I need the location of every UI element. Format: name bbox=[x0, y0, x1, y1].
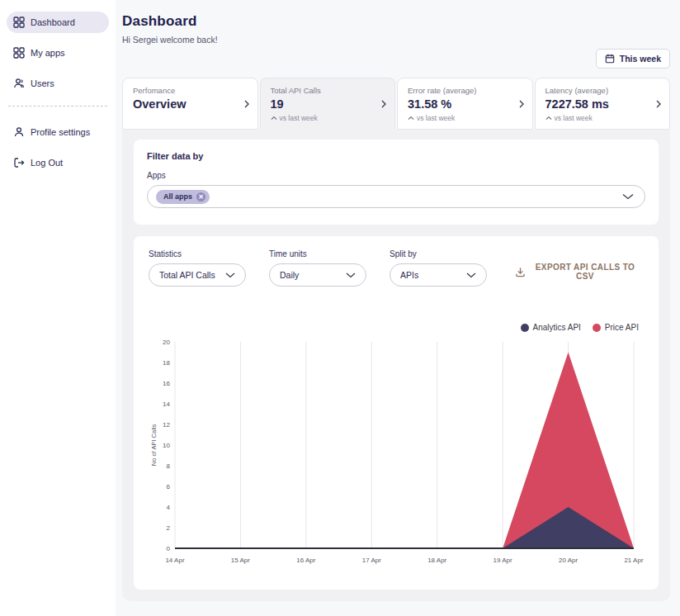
statistics-selected-value: Total API Calls bbox=[159, 270, 215, 280]
chevron-down-icon bbox=[346, 272, 356, 278]
page-title: Dashboard bbox=[122, 13, 670, 30]
all-apps-chip[interactable]: All apps ✕ bbox=[156, 190, 210, 204]
page-header: Dashboard Hi Sergei welcome back! This w… bbox=[122, 13, 670, 78]
svg-text:19 Apr: 19 Apr bbox=[493, 557, 512, 564]
caret-up-icon bbox=[271, 116, 277, 121]
page: Dashboard My apps bbox=[0, 0, 680, 616]
sidebar-item-label: Dashboard bbox=[31, 17, 75, 27]
stat-card-latency[interactable]: Latency (average) 7227.58 ms vs last wee… bbox=[535, 78, 671, 130]
svg-text:21 Apr: 21 Apr bbox=[624, 557, 643, 564]
chevron-right-icon bbox=[380, 99, 387, 109]
split-by-select[interactable]: APIs bbox=[390, 263, 487, 287]
sidebar-nav: Dashboard My apps bbox=[7, 12, 109, 94]
svg-text:6: 6 bbox=[167, 483, 171, 490]
profile-icon bbox=[13, 126, 25, 138]
stat-card-performance[interactable]: Perfomance Overview bbox=[122, 78, 258, 130]
chevron-right-icon bbox=[655, 99, 662, 109]
svg-text:12: 12 bbox=[163, 421, 170, 429]
stat-card-trend: vs last week bbox=[408, 114, 514, 122]
statistics-select[interactable]: Total API Calls bbox=[149, 263, 246, 287]
chart-controls: Statistics Total API Calls Time units Da… bbox=[149, 249, 644, 287]
time-units-selected-value: Daily bbox=[280, 270, 299, 280]
stat-card-total-api-calls[interactable]: Total API Calls 19 vs last week bbox=[260, 78, 396, 130]
stat-card-trend: vs last week bbox=[545, 114, 652, 122]
chevron-right-icon bbox=[518, 99, 525, 109]
welcome-text: Hi Sergei welcome back! bbox=[122, 35, 670, 45]
calendar-icon bbox=[605, 54, 615, 64]
legend-label: Price API bbox=[605, 323, 639, 332]
sidebar-item-label: Profile settings bbox=[31, 127, 90, 137]
svg-text:2: 2 bbox=[167, 524, 171, 532]
svg-text:18 Apr: 18 Apr bbox=[427, 557, 446, 564]
export-csv-button[interactable]: EXPORT API CALLS TO CSV bbox=[510, 262, 644, 282]
stat-card-label: Perfomance bbox=[133, 86, 239, 95]
statistics-control: Statistics Total API Calls bbox=[149, 249, 246, 287]
time-units-control: Time units Daily bbox=[269, 249, 366, 287]
sidebar-item-profile-settings[interactable]: Profile settings bbox=[7, 121, 109, 143]
stat-card-trend: vs last week bbox=[271, 114, 377, 122]
chevron-down-icon[interactable] bbox=[622, 193, 634, 200]
svg-text:17 Apr: 17 Apr bbox=[362, 557, 381, 564]
time-units-label: Time units bbox=[269, 249, 366, 258]
sidebar-item-dashboard[interactable]: Dashboard bbox=[7, 12, 109, 33]
stat-card-label: Total API Calls bbox=[271, 86, 377, 95]
chevron-right-icon bbox=[243, 99, 250, 109]
filter-panel: Filter data by Apps All apps ✕ bbox=[134, 140, 659, 225]
sidebar-item-users[interactable]: Users bbox=[7, 73, 109, 94]
export-csv-label: EXPORT API CALLS TO CSV bbox=[531, 263, 639, 281]
statistics-panel: Statistics Total API Calls Time units Da… bbox=[134, 236, 659, 590]
stat-cards-row: Perfomance Overview Total API Calls 19 bbox=[122, 78, 670, 130]
legend-item-price-api: Price API bbox=[593, 323, 639, 332]
svg-text:16 Apr: 16 Apr bbox=[296, 557, 315, 564]
sidebar-item-log-out[interactable]: Log Out bbox=[7, 152, 109, 173]
time-units-select[interactable]: Daily bbox=[269, 263, 366, 287]
statistics-label: Statistics bbox=[149, 249, 246, 258]
filter-title: Filter data by bbox=[147, 151, 645, 161]
sidebar-divider bbox=[8, 106, 107, 107]
sidebar-item-label: Log Out bbox=[31, 158, 63, 168]
this-week-button[interactable]: This week bbox=[596, 49, 670, 69]
split-by-control: Split by APIs bbox=[390, 249, 487, 287]
legend-dot-price bbox=[593, 324, 601, 332]
legend-dot-analytics bbox=[521, 324, 529, 332]
split-by-label: Split by bbox=[390, 249, 487, 258]
stat-card-trend-label: vs last week bbox=[417, 114, 455, 122]
stat-card-label: Latency (average) bbox=[545, 86, 652, 95]
stat-card-value: 31.58 % bbox=[408, 97, 514, 111]
svg-text:18: 18 bbox=[163, 359, 170, 367]
stat-card-label: Error rate (average) bbox=[408, 86, 514, 95]
apps-filter-label: Apps bbox=[147, 171, 645, 180]
sidebar-item-label: Users bbox=[31, 78, 54, 88]
svg-text:16: 16 bbox=[163, 380, 170, 387]
svg-text:4: 4 bbox=[167, 504, 171, 511]
svg-text:15 Apr: 15 Apr bbox=[231, 557, 250, 564]
sidebar-footer-nav: Profile settings Log Out bbox=[7, 121, 109, 173]
sidebar: Dashboard My apps bbox=[0, 0, 116, 616]
users-icon bbox=[13, 78, 25, 89]
svg-text:No of API Calls: No of API Calls bbox=[150, 424, 158, 467]
tab-content-panel: Filter data by Apps All apps ✕ Statist bbox=[122, 130, 670, 601]
api-calls-area-chart: 02468101214161820No of API Calls14 Apr15… bbox=[149, 334, 644, 571]
svg-text:8: 8 bbox=[167, 462, 171, 470]
this-week-label: This week bbox=[620, 54, 661, 64]
svg-text:0: 0 bbox=[167, 545, 171, 552]
svg-text:14: 14 bbox=[163, 400, 170, 408]
main-content: Dashboard Hi Sergei welcome back! This w… bbox=[116, 0, 680, 616]
sidebar-item-my-apps[interactable]: My apps bbox=[7, 42, 109, 64]
svg-text:20: 20 bbox=[163, 339, 170, 346]
stat-card-value: Overview bbox=[133, 97, 239, 111]
stat-card-trend-label: vs last week bbox=[280, 114, 318, 122]
dashboard-icon bbox=[13, 17, 25, 28]
chip-label: All apps bbox=[163, 192, 192, 201]
apps-icon bbox=[13, 47, 25, 59]
stat-card-trend-label: vs last week bbox=[555, 114, 593, 122]
svg-text:10: 10 bbox=[163, 442, 170, 449]
chip-remove-icon[interactable]: ✕ bbox=[196, 192, 205, 201]
download-icon bbox=[515, 267, 526, 277]
chart-canvas: 02468101214161820No of API Calls14 Apr15… bbox=[149, 334, 644, 568]
apps-filter-combobox[interactable]: All apps ✕ bbox=[147, 185, 645, 208]
stat-card-value: 19 bbox=[271, 97, 377, 111]
stat-card-error-rate[interactable]: Error rate (average) 31.58 % vs last wee… bbox=[397, 78, 533, 130]
split-by-selected-value: APIs bbox=[400, 270, 418, 280]
caret-up-icon bbox=[408, 116, 414, 121]
